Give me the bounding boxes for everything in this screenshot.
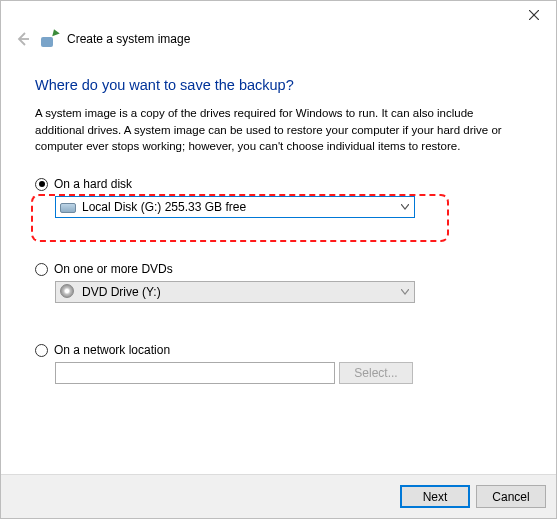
dvd-drive-icon bbox=[60, 286, 76, 298]
radio-network-row[interactable]: On a network location bbox=[35, 343, 522, 357]
header-row: Create a system image bbox=[1, 31, 556, 53]
content-area: Where do you want to save the backup? A … bbox=[1, 53, 556, 474]
page-description: A system image is a copy of the drives r… bbox=[35, 105, 522, 155]
dvd-select[interactable]: DVD Drive (Y:) bbox=[55, 281, 415, 303]
network-select-button: Select... bbox=[339, 362, 413, 384]
close-icon bbox=[529, 10, 539, 20]
network-path-input[interactable] bbox=[55, 362, 335, 384]
back-button[interactable] bbox=[15, 31, 31, 47]
cancel-button[interactable]: Cancel bbox=[476, 485, 546, 508]
network-path-row: Select... bbox=[55, 362, 522, 384]
hard-disk-selected-text: Local Disk (G:) 255.33 GB free bbox=[82, 200, 396, 214]
page-heading: Where do you want to save the backup? bbox=[35, 77, 522, 93]
option-network: On a network location Select... bbox=[35, 343, 522, 384]
wizard-window: Create a system image Where do you want … bbox=[0, 0, 557, 519]
next-button[interactable]: Next bbox=[400, 485, 470, 508]
back-arrow-icon bbox=[15, 31, 31, 47]
radio-network-label: On a network location bbox=[54, 343, 170, 357]
radio-dvds[interactable] bbox=[35, 263, 48, 276]
system-image-icon bbox=[41, 31, 57, 47]
radio-dvds-label: On one or more DVDs bbox=[54, 262, 173, 276]
radio-hard-disk[interactable] bbox=[35, 178, 48, 191]
window-title: Create a system image bbox=[67, 32, 190, 46]
footer: Next Cancel bbox=[1, 474, 556, 518]
chevron-down-icon bbox=[396, 282, 414, 302]
chevron-down-icon bbox=[396, 197, 414, 217]
hard-disk-select[interactable]: Local Disk (G:) 255.33 GB free bbox=[55, 196, 415, 218]
radio-network[interactable] bbox=[35, 344, 48, 357]
radio-dvds-row[interactable]: On one or more DVDs bbox=[35, 262, 522, 276]
titlebar bbox=[1, 1, 556, 31]
close-button[interactable] bbox=[511, 1, 556, 29]
radio-hard-disk-row[interactable]: On a hard disk bbox=[35, 177, 522, 191]
hard-disk-icon bbox=[60, 201, 76, 213]
dvd-selected-text: DVD Drive (Y:) bbox=[82, 285, 396, 299]
option-dvds: On one or more DVDs DVD Drive (Y:) bbox=[35, 262, 522, 303]
option-hard-disk: On a hard disk Local Disk (G:) 255.33 GB… bbox=[35, 177, 522, 218]
radio-hard-disk-label: On a hard disk bbox=[54, 177, 132, 191]
